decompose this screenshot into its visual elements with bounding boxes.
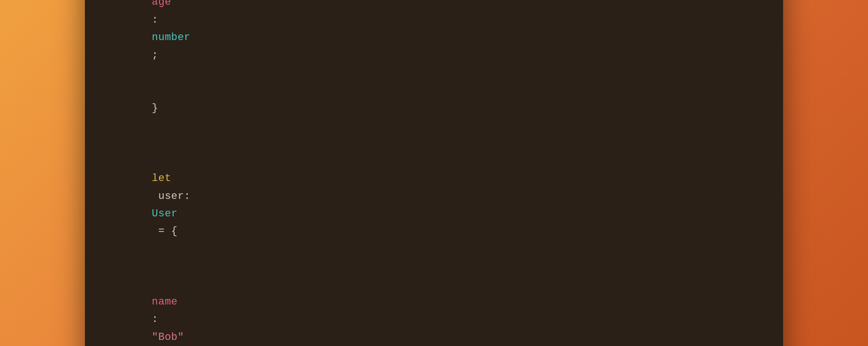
prop-name-2: name: [152, 296, 178, 308]
code-line-4: }: [113, 82, 755, 134]
code-editor: interface User { name : string ; age : n…: [85, 0, 783, 346]
code-line-3: age : number ;: [113, 0, 755, 82]
code-line-6: name : "Bob" ,: [113, 258, 755, 346]
spacer-1: [113, 135, 755, 152]
prop-age: age: [152, 0, 171, 8]
code-window: Interface interface User { name : string…: [85, 0, 783, 346]
type-number: number: [152, 32, 191, 43]
string-bob: "Bob": [152, 331, 184, 343]
type-user-2: User: [152, 208, 178, 220]
code-line-5: let user: User = {: [113, 152, 755, 258]
keyword-let: let: [152, 173, 171, 184]
